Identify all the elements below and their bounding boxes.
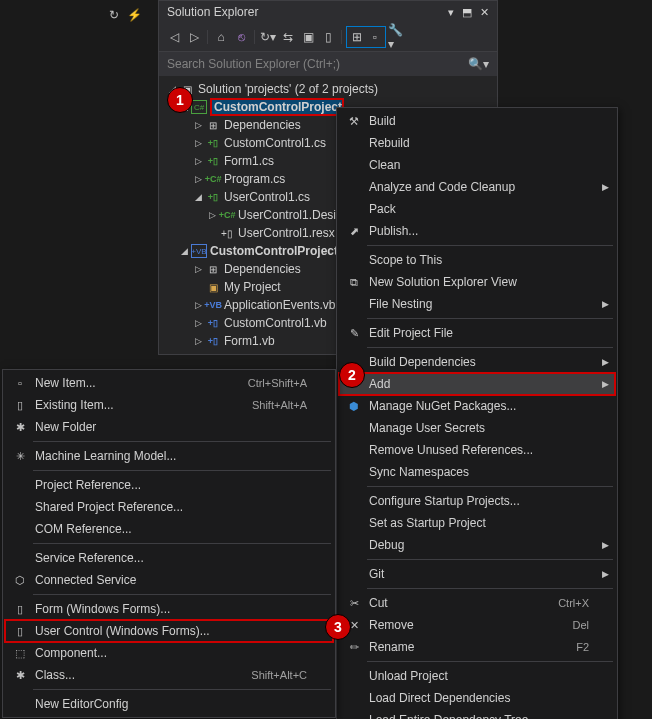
menu-shared-ref[interactable]: Shared Project Reference... [5, 496, 333, 518]
menu-user-control[interactable]: ▯User Control (Windows Forms)... [5, 620, 333, 642]
home-icon[interactable]: ⌂ [212, 28, 230, 46]
menu-pack[interactable]: Pack [339, 198, 615, 220]
menu-com-ref[interactable]: COM Reference... [5, 518, 333, 540]
expander-icon[interactable]: ◢ [191, 190, 205, 204]
menu-edit-project-file[interactable]: ✎Edit Project File [339, 322, 615, 344]
view-icon[interactable]: ⊞ [348, 28, 366, 46]
menu-build[interactable]: ⚒Build [339, 110, 615, 132]
node-label: My Project [224, 280, 281, 294]
show-all-icon[interactable]: ▣ [299, 28, 317, 46]
menu-project-ref[interactable]: Project Reference... [5, 474, 333, 496]
expander-icon[interactable]: ▷ [191, 172, 205, 186]
menu-build-deps[interactable]: Build Dependencies▶ [339, 351, 615, 373]
menu-new-view[interactable]: ⧉New Solution Explorer View [339, 271, 615, 293]
deps-icon: ⊞ [205, 262, 221, 276]
submenu-arrow-icon: ▶ [602, 299, 609, 309]
submenu-arrow-icon: ▶ [602, 182, 609, 192]
menu-connected-service[interactable]: ⬡Connected Service [5, 569, 333, 591]
rename-icon: ✏ [343, 641, 365, 654]
menu-new-folder[interactable]: ✱New Folder [5, 416, 333, 438]
menu-nuget[interactable]: ⬢Manage NuGet Packages... [339, 395, 615, 417]
expander-icon[interactable]: ▷ [191, 316, 205, 330]
expander-icon[interactable]: ▷ [191, 136, 205, 150]
solution-node[interactable]: ◢ ▣ Solution 'projects' (2 of 2 projects… [159, 80, 497, 98]
menu-unload[interactable]: Unload Project [339, 665, 615, 687]
menu-scope[interactable]: Scope to This [339, 249, 615, 271]
pin-icon[interactable]: ⬒ [462, 6, 472, 19]
resx-icon: +▯ [219, 226, 235, 240]
search-bar[interactable]: Search Solution Explorer (Ctrl+;) 🔍▾ [159, 52, 497, 76]
cs-icon: +▯ [205, 136, 221, 150]
menu-add[interactable]: Add▶ [339, 373, 615, 395]
menu-sync-namespaces[interactable]: Sync Namespaces [339, 461, 615, 483]
node-label: UserControl1.resx [238, 226, 335, 240]
menu-configure-startup[interactable]: Configure Startup Projects... [339, 490, 615, 512]
submenu-arrow-icon: ▶ [602, 357, 609, 367]
expander-icon[interactable]: ◢ [177, 244, 191, 258]
cs-icon: +▯ [205, 154, 221, 168]
menu-new-item[interactable]: ▫New Item...Ctrl+Shift+A [5, 372, 333, 394]
refresh-icon[interactable]: ↻ [109, 8, 119, 22]
usercontrol-icon: ▯ [9, 625, 31, 638]
forward-icon[interactable]: ▷ [185, 28, 203, 46]
top-toolbar: ↻ ⚡ [109, 8, 142, 22]
menu-class[interactable]: ✱Class...Shift+Alt+C [5, 664, 333, 686]
menu-cut[interactable]: ✂CutCtrl+X [339, 592, 615, 614]
wrench-icon[interactable]: 🔧▾ [388, 28, 406, 46]
menu-git[interactable]: Git▶ [339, 563, 615, 585]
solution-label: Solution 'projects' (2 of 2 projects) [198, 82, 378, 96]
back-icon[interactable]: ◁ [165, 28, 183, 46]
search-icon[interactable]: 🔍▾ [468, 57, 489, 71]
menu-rebuild[interactable]: Rebuild [339, 132, 615, 154]
close-icon[interactable]: ✕ [480, 6, 489, 19]
component-icon: ⬚ [9, 647, 31, 660]
expander-icon[interactable]: ▷ [191, 298, 205, 312]
class-icon: ✱ [9, 669, 31, 682]
collapse-icon[interactable]: ▯ [319, 28, 337, 46]
menu-unused-refs[interactable]: Remove Unused References... [339, 439, 615, 461]
menu-editorconfig[interactable]: New EditorConfig [5, 693, 333, 715]
menu-remove[interactable]: ✕RemoveDel [339, 614, 615, 636]
menu-secrets[interactable]: Manage User Secrets [339, 417, 615, 439]
expander-icon[interactable]: ▷ [191, 118, 205, 132]
lightning-icon[interactable]: ⚡ [127, 8, 142, 22]
menu-analyze[interactable]: Analyze and Code Cleanup▶ [339, 176, 615, 198]
menu-form[interactable]: ▯Form (Windows Forms)... [5, 598, 333, 620]
menu-service-ref[interactable]: Service Reference... [5, 547, 333, 569]
switch-view-icon[interactable]: ⎋ [232, 28, 250, 46]
menu-ml-model[interactable]: ✳Machine Learning Model... [5, 445, 333, 467]
expander-icon[interactable]: ▷ [191, 334, 205, 348]
search-placeholder: Search Solution Explorer (Ctrl+;) [167, 57, 340, 71]
menu-load-direct[interactable]: Load Direct Dependencies [339, 687, 615, 709]
node-label: Form1.vb [224, 334, 275, 348]
shortcut-label: Shift+Alt+C [251, 669, 307, 681]
shortcut-label: Ctrl+Shift+A [248, 377, 307, 389]
publish-icon: ⬈ [343, 225, 365, 238]
menu-component[interactable]: ⬚Component... [5, 642, 333, 664]
expander-icon[interactable]: ▷ [205, 208, 219, 222]
folder-icon: ✱ [9, 421, 31, 434]
pending-icon[interactable]: ↻▾ [259, 28, 277, 46]
expander-icon[interactable]: ▷ [191, 154, 205, 168]
node-label: CustomControl1.cs [224, 136, 326, 150]
nuget-icon: ⬢ [343, 400, 365, 413]
menu-file-nesting[interactable]: File Nesting▶ [339, 293, 615, 315]
menu-load-tree[interactable]: Load Entire Dependency Tree [339, 709, 615, 719]
menu-rename[interactable]: ✏RenameF2 [339, 636, 615, 658]
expander-icon[interactable]: ▷ [191, 262, 205, 276]
dropdown-icon[interactable]: ▾ [448, 6, 454, 19]
menu-existing-item[interactable]: ▯Existing Item...Shift+Alt+A [5, 394, 333, 416]
node-label: CustomControlProjectVE [210, 244, 354, 258]
node-label: UserControl1.cs [224, 190, 310, 204]
project-label: CustomControlProject [210, 98, 344, 116]
panel-title-bar: Solution Explorer ▾ ⬒ ✕ [159, 1, 497, 23]
menu-set-startup[interactable]: Set as Startup Project [339, 512, 615, 534]
menu-publish[interactable]: ⬈Publish... [339, 220, 615, 242]
sync-icon[interactable]: ⇆ [279, 28, 297, 46]
menu-clean[interactable]: Clean [339, 154, 615, 176]
node-label: UserControl1.Desi [238, 208, 336, 222]
menu-debug[interactable]: Debug▶ [339, 534, 615, 556]
edit-icon: ✎ [343, 327, 365, 340]
preview-icon[interactable]: ▫ [366, 28, 384, 46]
shortcut-label: Ctrl+X [558, 597, 589, 609]
